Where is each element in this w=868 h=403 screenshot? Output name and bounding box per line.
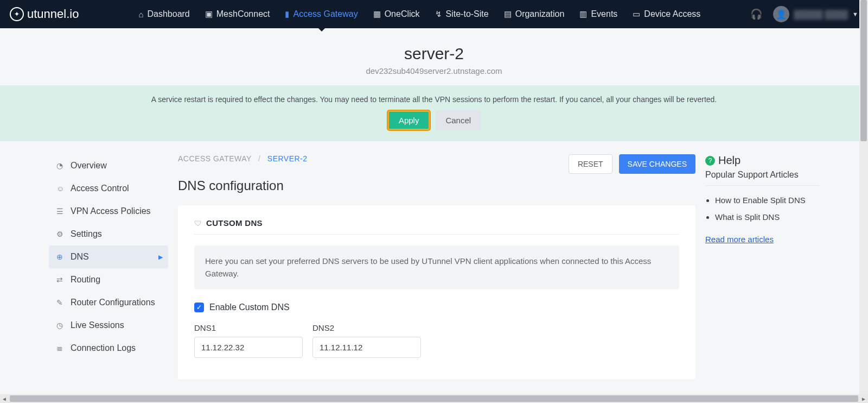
nav-oneclick[interactable]: ▦ OneClick: [373, 0, 420, 28]
sidebar-label: Settings: [71, 229, 102, 239]
main: ACCESS GATEWAY / SERVER-2 RESET SAVE CHA…: [178, 154, 695, 380]
content: ◔ Overview ☺ Access Control ☰ VPN Access…: [0, 141, 868, 380]
nav-device-access[interactable]: ▭ Device Access: [633, 0, 700, 28]
sidebar-item-live-sessions[interactable]: ◷ Live Sessions: [49, 314, 168, 337]
enable-custom-dns-label: Enable Custom DNS: [209, 303, 290, 312]
brand-logo[interactable]: ✦ utunnel.io: [10, 7, 79, 21]
nav-site-to-site[interactable]: ↯ Site-to-Site: [435, 0, 489, 28]
custom-dns-card: 🛡 CUTSOM DNS Here you can set your prefe…: [178, 205, 695, 380]
mesh-icon: ▣: [205, 9, 213, 19]
overview-icon: ◔: [56, 161, 65, 170]
sidebar-item-access-control[interactable]: ☺ Access Control: [49, 177, 168, 200]
top-nav: ✦ utunnel.io ⌂ Dashboard ▣ MeshConnect ▮…: [0, 0, 868, 28]
help-article-link[interactable]: How to Enable Split DNS: [715, 196, 819, 205]
nav-label: Site-to-Site: [446, 9, 489, 19]
section-title: DNS configuration: [178, 178, 695, 193]
sidebar-item-overview[interactable]: ◔ Overview: [49, 154, 168, 177]
nav-items: ⌂ Dashboard ▣ MeshConnect ▮ Access Gatew…: [138, 0, 700, 28]
sidebar-item-router-config[interactable]: ✎ Router Configurations: [49, 291, 168, 314]
card-title: CUTSOM DNS: [206, 218, 263, 228]
device-icon: ▭: [633, 9, 640, 19]
nav-label: Device Access: [644, 9, 700, 19]
user-menu[interactable]: 👤 █████ ████ ▼: [773, 6, 858, 22]
horizontal-scrollbar[interactable]: ◄ ►: [0, 394, 868, 403]
page-title: server-2: [0, 45, 868, 63]
nav-label: MeshConnect: [216, 9, 270, 19]
globe-icon: ⊕: [56, 253, 65, 261]
breadcrumb-separator: /: [258, 154, 260, 163]
sidebar-item-dns[interactable]: ⊕ DNS ▶: [49, 245, 168, 268]
nav-right: 🎧 👤 █████ ████ ▼: [750, 6, 858, 22]
chevron-right-icon: ▶: [158, 254, 163, 261]
sidebar-label: DNS: [71, 252, 89, 262]
reset-button[interactable]: RESET: [569, 154, 612, 174]
nav-label: Events: [591, 9, 617, 19]
oneclick-icon: ▦: [373, 9, 381, 19]
access-control-icon: ☺: [56, 184, 65, 193]
policies-icon: ☰: [56, 207, 65, 216]
vertical-scroll-thumb[interactable]: [860, 0, 867, 141]
sidebar-label: Routing: [71, 275, 100, 285]
site-icon: ↯: [435, 9, 442, 19]
sidebar-label: VPN Access Policies: [71, 206, 151, 216]
sidebar-label: Router Configurations: [71, 298, 155, 307]
gateway-icon: ▮: [285, 9, 289, 19]
dns1-label: DNS1: [194, 323, 303, 332]
events-icon: ▥: [579, 9, 587, 19]
save-changes-button[interactable]: SAVE CHANGES: [619, 154, 695, 174]
sidebar-label: Live Sessions: [71, 320, 124, 330]
help-title: ? Help: [705, 154, 819, 167]
sidebar-item-connection-logs[interactable]: ≣ Connection Logs: [49, 337, 168, 360]
nav-label: Access Gateway: [293, 9, 358, 19]
brand-text: utunnel.io: [27, 7, 79, 21]
vertical-scrollbar[interactable]: [859, 0, 868, 394]
avatar-icon: 👤: [773, 6, 789, 22]
info-box: Here you can set your preferred DNS serv…: [194, 245, 679, 289]
breadcrumb-current: SERVER-2: [267, 154, 308, 163]
nav-dashboard[interactable]: ⌂ Dashboard: [138, 0, 189, 28]
clock-icon: ◷: [56, 321, 65, 330]
sidebar-item-vpn-policies[interactable]: ☰ VPN Access Policies: [49, 200, 168, 223]
sidebar: ◔ Overview ☺ Access Control ☰ VPN Access…: [49, 154, 168, 380]
apply-button[interactable]: Apply: [387, 110, 431, 130]
nav-label: Organization: [515, 9, 565, 19]
sidebar-item-routing[interactable]: ⇄ Routing: [49, 268, 168, 291]
dns2-input[interactable]: [312, 337, 421, 358]
cancel-button[interactable]: Cancel: [436, 110, 481, 130]
nav-label: OneClick: [385, 9, 420, 19]
logs-icon: ≣: [56, 344, 65, 352]
dns2-label: DNS2: [312, 323, 421, 332]
nav-meshconnect[interactable]: ▣ MeshConnect: [205, 0, 270, 28]
horizontal-scroll-thumb[interactable]: [10, 395, 858, 402]
sidebar-item-settings[interactable]: ⚙ Settings: [49, 223, 168, 245]
sidebar-label: Overview: [71, 161, 107, 171]
scroll-right-icon[interactable]: ►: [859, 396, 868, 402]
nav-organization[interactable]: ▤ Organization: [504, 0, 565, 28]
active-indicator-icon: [318, 28, 326, 32]
scroll-left-icon[interactable]: ◄: [0, 396, 9, 402]
org-icon: ▤: [504, 9, 512, 19]
dns1-input[interactable]: [194, 337, 303, 358]
help-subtitle: Popular Support Articles: [705, 170, 819, 186]
nav-events[interactable]: ▥ Events: [579, 0, 617, 28]
page-header: server-2 dev232sub4049server2.utnstage.c…: [0, 28, 868, 85]
breadcrumb: ACCESS GATEWAY / SERVER-2: [178, 154, 308, 163]
gear-icon: ⚙: [56, 230, 65, 238]
page-subtitle: dev232sub4049server2.utnstage.com: [0, 66, 868, 75]
nav-access-gateway[interactable]: ▮ Access Gateway: [285, 0, 358, 28]
breadcrumb-root[interactable]: ACCESS GATEWAY: [178, 154, 252, 163]
enable-custom-dns-checkbox[interactable]: ✓: [194, 303, 204, 312]
caret-down-icon: ▼: [852, 11, 858, 17]
sidebar-label: Access Control: [71, 184, 129, 193]
shield-icon: 🛡: [194, 219, 202, 228]
support-icon[interactable]: 🎧: [750, 8, 762, 20]
restart-notice: A service restart is required to effect …: [0, 85, 868, 141]
read-more-link[interactable]: Read more articles: [705, 235, 774, 244]
help-articles: How to Enable Split DNS What is Split DN…: [705, 196, 819, 222]
nav-label: Dashboard: [147, 9, 189, 19]
help-panel: ? Help Popular Support Articles How to E…: [705, 154, 819, 380]
help-icon: ?: [705, 156, 715, 166]
routing-icon: ⇄: [56, 275, 65, 284]
user-name: █████ ████: [794, 10, 848, 19]
help-article-link[interactable]: What is Split DNS: [715, 212, 819, 222]
